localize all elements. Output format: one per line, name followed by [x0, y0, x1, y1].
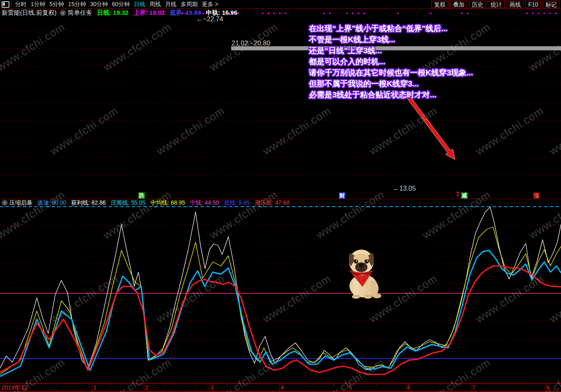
right-menu-6[interactable]: 标记 — [543, 1, 560, 8]
top-menu-items: 分时1分钟5分钟15分钟30分钟60分钟日线周线月线多周期更多 > — [13, 1, 220, 8]
annotation-line-3: 都是可以介入的时机... — [309, 56, 473, 67]
annotation-line-2: 还是“日线”上穿3线... — [309, 45, 473, 56]
indicator-name[interactable]: 压缩启暴 — [9, 199, 32, 207]
right-menu: 复权叠加历史统计画线F10标记 — [431, 1, 561, 8]
menu-item-2[interactable]: 5分钟 — [50, 1, 64, 8]
puppy-image — [342, 248, 385, 299]
annotation-line-1: 不管是一根K线上穿3线... — [309, 34, 473, 45]
sub-indicator-values: 逃顶: 90.00获利线: 82.86庄筹线: 55.05中均线: 68.95中… — [32, 199, 289, 207]
right-menu-4[interactable]: 画线 — [507, 1, 524, 8]
menu-item-1[interactable]: 1分钟 — [31, 1, 45, 8]
annotation-line-5: 但那不属于我说的一根K线穿3... — [309, 78, 473, 89]
event-badge-3: 涨 — [533, 192, 540, 199]
sub-value-5: 底线: 9.95 — [224, 199, 250, 207]
annotation-line-4: 请你千万别说在其它时候也有一根K线穿3现象... — [309, 67, 473, 78]
task-label[interactable]: 简单任务 — [68, 9, 92, 17]
sell-marker-icon: ▲S — [456, 190, 460, 197]
axis-month-label-5: 5 — [349, 384, 352, 391]
price-label-band: 21.02 - 20.80 — [232, 40, 270, 47]
right-menu-2[interactable]: 历史 — [469, 1, 486, 8]
event-badge-1: 财 — [339, 192, 345, 199]
info-value-0: 日线: 19.32 — [97, 9, 128, 17]
menu-item-4[interactable]: 30分钟 — [90, 1, 108, 8]
axis-month-label-3: 3 — [210, 384, 214, 391]
axis-month-label-6: 6 — [407, 384, 410, 391]
event-badge-0: 跌 — [138, 192, 145, 199]
price-label-low: ←13.05 — [393, 185, 416, 192]
right-menu-0[interactable]: 复权 — [431, 1, 448, 8]
chart-svg[interactable] — [0, 0, 561, 392]
menu-item-8[interactable]: 月线 — [165, 1, 176, 8]
window-icon[interactable] — [2, 1, 9, 8]
axis-month-label-7: 7 — [472, 384, 475, 391]
menu-item-5[interactable]: 60分钟 — [112, 1, 130, 8]
sub-indicator-header: ∨ 压缩启暴 逃顶: 90.00获利线: 82.86庄筹线: 55.05中均线:… — [2, 199, 289, 206]
annotation-line-6: 必需是3线处于粘合贴近状态时才对... — [309, 89, 473, 100]
sub-value-4: 中线: 44.50 — [190, 199, 219, 207]
sub-value-6: 测压线: 47.68 — [255, 199, 289, 207]
sub-value-1: 获利线: 82.86 — [71, 199, 106, 207]
sub-value-0: 逃顶: 90.00 — [37, 199, 66, 207]
top-menu-bar: 分时1分钟5分钟15分钟30分钟60分钟日线周线月线多周期更多 > 复权叠加历史… — [0, 0, 561, 9]
menu-item-9[interactable]: 多周期 — [180, 1, 198, 8]
menu-divider — [11, 0, 11, 9]
menu-item-7[interactable]: 周线 — [149, 1, 161, 8]
sub-value-2: 庄筹线: 55.05 — [111, 199, 146, 207]
axis-month-label-8: 8 — [546, 384, 550, 391]
stock-title: 新雷能(日线.前复权) — [2, 9, 56, 17]
annotation-line-0: 在出现“上界”线小于或粘合“低界”线后... — [309, 23, 473, 34]
axis-year-label: 2019年 — [2, 384, 20, 392]
info-value-1: 上界: 18.02 — [133, 9, 165, 17]
menu-item-0[interactable]: 分时 — [15, 1, 27, 8]
axis-month-label-2: 2 — [145, 384, 149, 391]
axis-month-label-0: 12 — [21, 384, 28, 391]
menu-item-3[interactable]: 15分钟 — [68, 1, 86, 8]
right-menu-5[interactable]: F10 — [525, 1, 541, 8]
annotation-note: 在出现“上界”线小于或粘合“低界”线后...不管是一根K线上穿3线...还是“日… — [309, 23, 473, 100]
right-menu-3[interactable]: 统计 — [488, 1, 505, 8]
event-badge-2: 减 — [461, 192, 468, 199]
price-label-high: ←~22.74 — [196, 16, 223, 23]
task-chevron-icon[interactable]: ∨ — [60, 10, 66, 16]
axis-month-label-4: 4 — [281, 384, 284, 391]
sub-value-3: 中均线: 68.95 — [150, 199, 185, 207]
axis-month-label-1: 1 — [93, 384, 97, 391]
menu-item-10[interactable]: 更多 > — [202, 1, 218, 8]
right-menu-1[interactable]: 叠加 — [450, 1, 467, 8]
menu-item-6[interactable]: 日线 — [134, 1, 145, 8]
indicator-chevron-icon[interactable]: ∨ — [2, 200, 8, 206]
